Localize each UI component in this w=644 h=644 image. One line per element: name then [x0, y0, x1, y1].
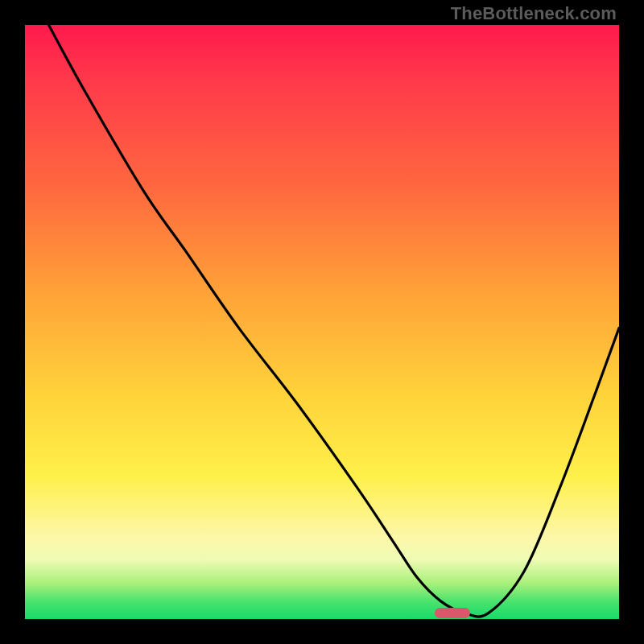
optimum-marker [435, 608, 470, 618]
bottleneck-curve [25, 25, 619, 619]
watermark-text: TheBottleneck.com [451, 3, 617, 24]
chart-frame: TheBottleneck.com [0, 0, 644, 644]
